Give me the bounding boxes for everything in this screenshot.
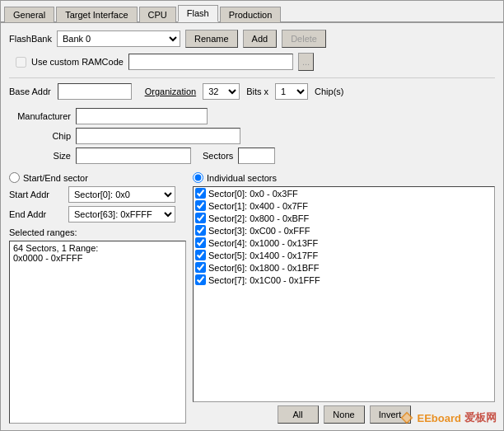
organization-label: Organization xyxy=(145,87,196,96)
base-addr-label: Base Addr xyxy=(9,87,51,96)
sector-checkbox-1[interactable] xyxy=(195,200,206,211)
tab-cpu[interactable]: CPU xyxy=(139,7,176,22)
chip-row: Chip STM32F10xx8 internal xyxy=(9,128,495,144)
sector-left: Start/End sector Start Addr Sector[0]: 0… xyxy=(9,172,186,424)
chip-info-group: Manufacturer ST Chip STM32F10xx8 interna… xyxy=(9,108,495,164)
bits-x-select[interactable]: 1 xyxy=(275,83,308,100)
tab-production[interactable]: Production xyxy=(220,7,282,22)
bits-x-label: Bits x xyxy=(246,87,268,96)
start-end-radio[interactable] xyxy=(9,172,20,183)
start-end-radio-group: Start/End sector xyxy=(9,172,88,183)
chips-label: Chip(s) xyxy=(315,87,343,96)
sector-checkbox-7[interactable] xyxy=(195,274,206,285)
all-button[interactable]: All xyxy=(278,405,319,424)
ramcode-label: Use custom RAMCode xyxy=(31,57,124,67)
selected-ranges-label: Selected ranges: xyxy=(9,227,186,237)
watermark: EEboard 爱板网 xyxy=(399,410,497,425)
sector-right: Individual sectors Sector[0]: 0x0 - 0x3F… xyxy=(193,172,495,424)
selected-ranges-list: 64 Sectors, 1 Range: 0x0000 - 0xFFFF xyxy=(9,241,186,424)
start-addr-label: Start Addr xyxy=(9,190,65,199)
size-input[interactable]: 64 KB xyxy=(76,148,191,164)
start-end-label: Start/End sector xyxy=(23,173,88,183)
radio-row: Start/End sector xyxy=(9,172,186,183)
size-row: Size 64 KB Sectors 64 xyxy=(9,148,495,164)
sector-list-item: Sector[6]: 0x1800 - 0x1BFF xyxy=(194,261,494,274)
tab-target-interface[interactable]: Target Interface xyxy=(56,7,137,22)
size-label: Size xyxy=(9,151,71,161)
chip-label: Chip xyxy=(9,131,71,141)
sector-list-item: Sector[0]: 0x0 - 0x3FF xyxy=(194,187,494,199)
sector-checkbox-3[interactable] xyxy=(195,225,206,236)
flashbank-label: FlashBank xyxy=(9,34,52,44)
end-addr-row: End Addr Sector[63]: 0xFFFF xyxy=(9,206,186,223)
tab-general[interactable]: General xyxy=(4,7,54,22)
rename-button[interactable]: Rename xyxy=(185,30,238,48)
organization-select[interactable]: 32 xyxy=(203,83,240,100)
sector-checkbox-6[interactable] xyxy=(195,262,206,273)
delete-button[interactable]: Delete xyxy=(282,30,326,48)
sector-checkbox-5[interactable] xyxy=(195,250,206,260)
sectors-input[interactable]: 64 xyxy=(238,148,275,164)
sector-area: Start/End sector Start Addr Sector[0]: 0… xyxy=(9,172,495,424)
sector-list[interactable]: Sector[0]: 0x0 - 0x3FFSector[1]: 0x400 -… xyxy=(193,186,495,402)
sector-list-item: Sector[2]: 0x800 - 0xBFF xyxy=(194,212,494,224)
individual-label: Individual sectors xyxy=(207,173,277,183)
sector-checkbox-0[interactable] xyxy=(195,188,206,199)
manufacturer-row: Manufacturer ST xyxy=(9,108,495,124)
sector-checkbox-2[interactable] xyxy=(195,213,206,223)
ramcode-row: Use custom RAMCode C:\ramcode.mot ... xyxy=(9,53,495,71)
ramcode-checkbox[interactable] xyxy=(16,57,26,68)
sector-list-item: Sector[4]: 0x1000 - 0x13FF xyxy=(194,237,494,249)
individual-radio[interactable] xyxy=(193,172,203,183)
ramcode-input[interactable]: C:\ramcode.mot xyxy=(128,54,293,70)
sectors-label: Sectors xyxy=(203,151,233,161)
selected-ranges-value: 64 Sectors, 1 Range: 0x0000 - 0xFFFF xyxy=(13,243,182,263)
base-addr-input[interactable]: 08000000 xyxy=(58,83,132,100)
manufacturer-label: Manufacturer xyxy=(9,111,71,121)
sector-list-item: Sector[3]: 0xC00 - 0xFFF xyxy=(194,224,494,237)
sector-list-item: Sector[1]: 0x400 - 0x7FF xyxy=(194,199,494,212)
start-addr-row: Start Addr Sector[0]: 0x0 xyxy=(9,186,186,203)
chip-input[interactable]: STM32F10xx8 internal xyxy=(76,128,240,144)
end-addr-select[interactable]: Sector[63]: 0xFFFF xyxy=(68,206,175,223)
sector-list-item: Sector[5]: 0x1400 - 0x17FF xyxy=(194,249,494,261)
tab-bar: General Target Interface CPU Flash Produ… xyxy=(1,1,503,23)
start-addr-select[interactable]: Sector[0]: 0x0 xyxy=(68,186,175,203)
sector-checkbox-4[interactable] xyxy=(195,237,206,248)
add-button[interactable]: Add xyxy=(243,30,278,48)
individual-radio-group: Individual sectors xyxy=(193,172,495,183)
addr-org-row: Base Addr 08000000 Organization 32 Bits … xyxy=(9,77,495,100)
watermark-brand: EEboard xyxy=(418,412,461,424)
eeboardlogo-icon xyxy=(399,410,414,425)
tab-flash[interactable]: Flash xyxy=(178,5,218,22)
sector-list-item: Sector[7]: 0x1C00 - 0x1FFF xyxy=(194,274,494,286)
watermark-brand2: 爱板网 xyxy=(464,410,497,425)
flashbank-select[interactable]: Bank 0 xyxy=(57,30,180,47)
ramcode-browse-button[interactable]: ... xyxy=(298,53,314,71)
end-addr-label: End Addr xyxy=(9,209,65,219)
flashbank-row: FlashBank Bank 0 Rename Add Delete xyxy=(9,30,495,48)
none-button[interactable]: None xyxy=(324,405,365,424)
manufacturer-input[interactable]: ST xyxy=(76,108,208,124)
